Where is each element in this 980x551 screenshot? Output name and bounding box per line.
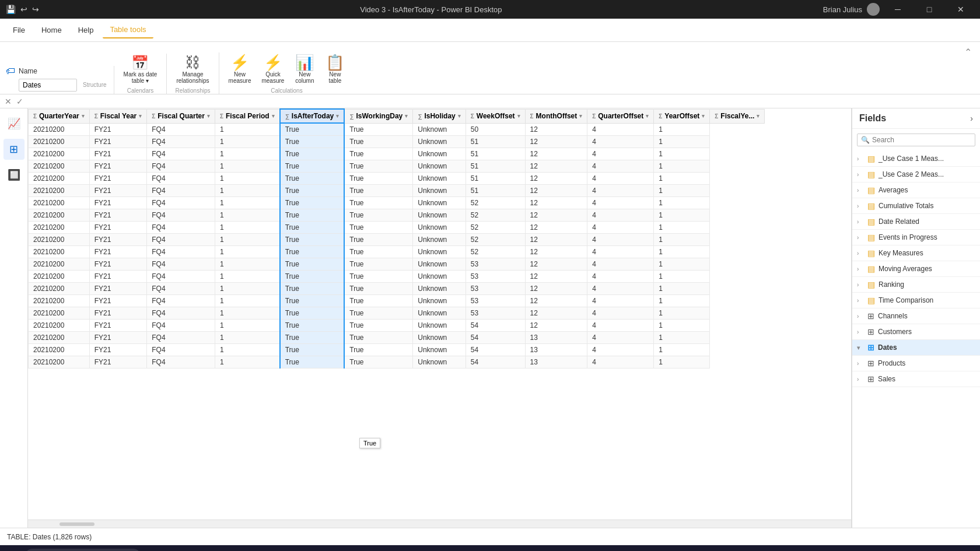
table-cell[interactable]: 53 xyxy=(466,271,525,283)
table-cell[interactable]: FY21 xyxy=(89,222,147,234)
table-cell[interactable]: FQ4 xyxy=(147,148,215,160)
col-header-fiscal-year2[interactable]: Σ FiscalYe... ▾ xyxy=(710,109,765,123)
table-cell[interactable]: Unknown xyxy=(413,258,466,271)
taskbar-app-edge[interactable]: 🌐 xyxy=(166,546,188,551)
table-cell[interactable]: True xyxy=(344,344,412,356)
table-cell[interactable]: True xyxy=(280,173,345,185)
undo-icon[interactable]: ↩ xyxy=(20,5,27,14)
table-cell[interactable]: 20210200 xyxy=(29,246,90,258)
table-cell[interactable]: FY21 xyxy=(89,185,147,197)
col-header-is-holiday[interactable]: ∑ IsHoliday ▾ xyxy=(413,109,466,123)
table-cell[interactable]: FY21 xyxy=(89,258,147,271)
table-cell[interactable]: 51 xyxy=(466,136,525,148)
table-cell[interactable]: 1 xyxy=(654,148,710,160)
table-cell[interactable]: 20210200 xyxy=(29,356,90,368)
table-cell[interactable]: 12 xyxy=(525,209,587,222)
table-cell[interactable]: Unknown xyxy=(413,320,466,332)
table-cell[interactable]: 1 xyxy=(654,295,710,307)
col-dropdown-is-working-day[interactable]: ▾ xyxy=(405,113,408,119)
table-cell[interactable]: 12 xyxy=(525,185,587,197)
table-cell[interactable]: 51 xyxy=(466,160,525,173)
table-cell[interactable]: 53 xyxy=(466,307,525,320)
table-cell[interactable]: 4 xyxy=(587,295,654,307)
table-cell[interactable]: 12 xyxy=(525,271,587,283)
table-cell[interactable]: 12 xyxy=(525,123,587,136)
formula-cross-icon[interactable]: ✕ xyxy=(5,97,12,106)
table-cell[interactable]: 1 xyxy=(215,271,279,283)
table-cell[interactable]: Unknown xyxy=(413,185,466,197)
col-header-week-offset[interactable]: Σ WeekOffset ▾ xyxy=(466,109,525,123)
table-cell[interactable]: 20210200 xyxy=(29,148,90,160)
table-cell[interactable]: True xyxy=(344,209,412,222)
table-cell[interactable]: 1 xyxy=(215,258,279,271)
table-cell[interactable]: True xyxy=(344,222,412,234)
formula-check-icon[interactable]: ✓ xyxy=(16,97,23,106)
fields-panel-collapse-icon[interactable]: › xyxy=(970,114,973,123)
table-cell[interactable]: Unknown xyxy=(413,283,466,295)
table-cell[interactable]: Unknown xyxy=(413,271,466,283)
taskbar-app-chrome[interactable]: 🔴 xyxy=(236,546,258,551)
table-cell[interactable]: 1 xyxy=(654,307,710,320)
table-cell[interactable]: True xyxy=(280,197,345,209)
col-header-year-offset[interactable]: Σ YearOffset ▾ xyxy=(654,109,710,123)
table-cell[interactable]: 20210200 xyxy=(29,160,90,173)
field-group-header[interactable]: ›⊞Products xyxy=(852,356,980,371)
table-cell[interactable]: FY21 xyxy=(89,197,147,209)
table-cell[interactable]: True xyxy=(344,320,412,332)
table-cell[interactable]: 1 xyxy=(215,185,279,197)
table-cell[interactable]: True xyxy=(280,258,345,271)
table-cell[interactable]: 20210200 xyxy=(29,344,90,356)
h-scrollbar-thumb[interactable] xyxy=(60,522,94,526)
menu-table-tools[interactable]: Table tools xyxy=(103,22,153,38)
table-cell[interactable]: FQ4 xyxy=(147,258,215,271)
table-cell[interactable]: 4 xyxy=(587,320,654,332)
table-cell[interactable]: 1 xyxy=(654,320,710,332)
col-header-month-offset[interactable]: Σ MonthOffset ▾ xyxy=(525,109,587,123)
table-cell[interactable]: 4 xyxy=(587,271,654,283)
table-cell[interactable]: FY21 xyxy=(89,283,147,295)
table-cell[interactable]: 1 xyxy=(215,307,279,320)
col-header-is-working-day[interactable]: ∑ IsWorkingDay ▾ xyxy=(344,109,412,123)
table-cell[interactable]: 1 xyxy=(215,332,279,344)
table-cell[interactable]: FQ4 xyxy=(147,222,215,234)
table-cell[interactable]: Unknown xyxy=(413,197,466,209)
table-cell[interactable]: 1 xyxy=(215,160,279,173)
table-cell[interactable]: FY21 xyxy=(89,320,147,332)
table-cell[interactable]: FQ4 xyxy=(147,160,215,173)
formula-input[interactable] xyxy=(28,97,975,106)
col-dropdown-fiscal-year2[interactable]: ▾ xyxy=(757,113,760,119)
table-cell[interactable]: Unknown xyxy=(413,307,466,320)
redo-icon[interactable]: ↪ xyxy=(32,5,39,14)
table-cell[interactable]: Unknown xyxy=(413,295,466,307)
table-cell[interactable]: True xyxy=(344,295,412,307)
table-cell[interactable]: True xyxy=(280,246,345,258)
field-group-header[interactable]: ›▤Moving Averages xyxy=(852,261,980,276)
col-header-fiscal-period[interactable]: Σ Fiscal Period ▾ xyxy=(215,109,279,123)
table-cell[interactable]: True xyxy=(344,234,412,246)
table-cell[interactable]: FY21 xyxy=(89,148,147,160)
table-cell[interactable]: FQ4 xyxy=(147,123,215,136)
table-cell[interactable]: 12 xyxy=(525,222,587,234)
manage-relationships-button[interactable]: ⛓ Managerelationships xyxy=(172,52,214,86)
table-cell[interactable]: True xyxy=(280,356,345,368)
table-cell[interactable]: 20210200 xyxy=(29,173,90,185)
field-group-header[interactable]: ›⊞Sales xyxy=(852,371,980,387)
table-cell[interactable]: Unknown xyxy=(413,209,466,222)
table-cell[interactable]: 1 xyxy=(215,123,279,136)
field-group-header[interactable]: ›▤Events in Progress xyxy=(852,230,980,245)
table-cell[interactable]: 52 xyxy=(466,209,525,222)
col-dropdown-fiscal-period[interactable]: ▾ xyxy=(272,113,275,119)
col-dropdown-fiscal-quarter[interactable]: ▾ xyxy=(207,113,210,119)
taskbar-search[interactable]: 🔍 Search xyxy=(24,549,141,551)
table-cell[interactable]: 4 xyxy=(587,209,654,222)
table-cell[interactable]: 1 xyxy=(215,136,279,148)
table-cell[interactable]: 51 xyxy=(466,185,525,197)
table-cell[interactable]: True xyxy=(280,209,345,222)
table-scroll[interactable]: Σ QuarterYear ▾ Σ Fiscal Year ▾ xyxy=(28,108,851,528)
table-cell[interactable]: FY21 xyxy=(89,356,147,368)
table-cell[interactable]: 4 xyxy=(587,283,654,295)
table-cell[interactable]: 1 xyxy=(215,173,279,185)
table-cell[interactable]: 4 xyxy=(587,332,654,344)
table-cell[interactable]: 54 xyxy=(466,344,525,356)
table-cell[interactable]: FQ4 xyxy=(147,173,215,185)
